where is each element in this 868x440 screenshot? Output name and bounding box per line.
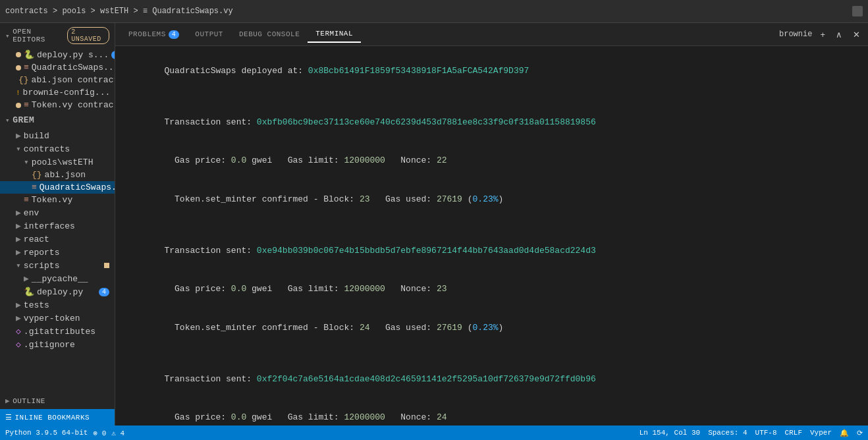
top-bar: contracts > pools > wstETH > ≡ Quadratic… <box>0 0 868 23</box>
notifications-icon: 🔔 <box>840 429 849 437</box>
language-mode: Vyper <box>810 429 832 437</box>
terminal-content[interactable]: QuadraticSwaps deployed at: 0x8Bcb61491F… <box>115 46 868 426</box>
tab-problems[interactable]: PROBLEMS 4 <box>121 26 187 43</box>
terminal-line: Transaction sent: 0xf2f04c7a6e5164a1cdae… <box>123 360 860 399</box>
sidebar-scripts[interactable]: ▾ scripts <box>0 259 115 272</box>
sidebar-tests[interactable]: ▶ tests <box>0 298 115 312</box>
sidebar-vyper-token[interactable]: ▶ vyper-token <box>0 312 115 325</box>
warning-count: ⚠ 4 <box>111 429 124 437</box>
sidebar-reports[interactable]: ▶ reports <box>0 246 115 259</box>
cursor-position: Ln 154, Col 30 <box>639 429 700 437</box>
terminal-line: Gas price: 0.0 gwei Gas limit: 12000000 … <box>123 270 860 309</box>
terminal-blank <box>123 219 860 232</box>
sidebar-deploy-py[interactable]: 🐍 deploy.py 4 <box>0 285 115 298</box>
sidebar-interfaces[interactable]: ▶ interfaces <box>0 219 115 233</box>
modified-dot <box>16 65 21 70</box>
sidebar-pycache[interactable]: ▶ __pycache__ <box>0 272 115 285</box>
encoding: UTF-8 <box>755 429 777 437</box>
new-terminal-button[interactable]: + <box>817 28 828 41</box>
open-editors-header[interactable]: ▾ OPEN EDITORS 2 UNSAVED <box>0 23 115 48</box>
breadcrumb: contracts > pools > wstETH > ≡ Quadratic… <box>5 7 233 16</box>
scripts-dot <box>104 263 109 268</box>
sidebar-open-editor-deploy-py[interactable]: 🐍 deploy.py s... 4 <box>0 48 115 61</box>
sidebar-open-editor-quadratic[interactable]: ≡ QuadraticSwaps... <box>0 61 115 74</box>
status-bar-left: Python 3.9.5 64-bit ⊗ 0 ⚠ 4 <box>5 429 124 437</box>
tab-debug-console[interactable]: DEBUG CONSOLE <box>231 26 308 42</box>
sidebar-open-editor-abi[interactable]: {} abi.json contracts... <box>0 74 115 86</box>
terminal-line: Token.set_minter confirmed - Block: 23 G… <box>123 180 860 219</box>
sidebar-abi-json[interactable]: {} abi.json <box>0 169 115 181</box>
modified-dot <box>16 52 21 57</box>
warning-icon: ! <box>16 89 20 97</box>
panel-right-controls: brownie + ∧ ✕ <box>779 28 863 41</box>
main-layout: ▾ OPEN EDITORS 2 UNSAVED 🐍 deploy.py s..… <box>0 23 868 426</box>
terminal-blank <box>123 347 860 360</box>
sidebar: ▾ OPEN EDITORS 2 UNSAVED 🐍 deploy.py s..… <box>0 23 115 426</box>
status-bar-right: Ln 154, Col 30 Spaces: 4 UTF-8 CRLF Vype… <box>639 429 863 437</box>
terminal-line: Gas price: 0.0 gwei Gas limit: 12000000 … <box>123 142 860 180</box>
tab-terminal[interactable]: TERMINAL <box>308 26 361 43</box>
close-panel-button[interactable]: ✕ <box>850 28 863 41</box>
terminal-line: QuadraticSwaps deployed at: 0x8Bcb61491F… <box>123 51 860 90</box>
sidebar-contracts[interactable]: ▾ contracts <box>0 142 115 155</box>
top-bar-icon <box>852 6 863 16</box>
terminal-line: Transaction sent: 0xe94bb039b0c067e4b15b… <box>123 231 860 270</box>
terminal-line: Gas price: 0.0 gwei Gas limit: 12000000 … <box>123 399 860 426</box>
status-bar: Python 3.9.5 64-bit ⊗ 0 ⚠ 4 Ln 154, Col … <box>0 426 868 440</box>
chevron-up-button[interactable]: ∧ <box>833 28 845 41</box>
sidebar-gitattributes[interactable]: ◇ .gitattributes <box>0 325 115 338</box>
terminal-line: Transaction sent: 0xbfb06bc9bec37113ce60… <box>123 103 860 142</box>
tab-output[interactable]: OUTPUT <box>187 26 231 42</box>
sidebar-pools-wsteth[interactable]: ▾ pools\wstETH <box>0 155 115 169</box>
outline-header[interactable]: ▶ OUTLINE <box>0 393 115 409</box>
sidebar-env[interactable]: ▶ env <box>0 206 115 219</box>
modified-dot <box>16 103 21 108</box>
sidebar-open-editor-brownie[interactable]: ! brownie-config... <box>0 86 115 99</box>
terminal-blank <box>123 90 860 103</box>
grem-folder[interactable]: ▾ GREM <box>0 111 115 129</box>
sync-icon: ⟳ <box>857 429 863 437</box>
panel-tabs: PROBLEMS 4 OUTPUT DEBUG CONSOLE TERMINAL… <box>115 23 868 46</box>
line-ending: CRLF <box>785 429 802 437</box>
terminal-line: Token.set_minter confirmed - Block: 24 G… <box>123 308 860 347</box>
sidebar-build[interactable]: ▶ build <box>0 129 115 142</box>
sidebar-gitignore[interactable]: ◇ .gitignore <box>0 338 115 351</box>
error-count: ⊗ 0 <box>93 429 106 437</box>
content-area: PROBLEMS 4 OUTPUT DEBUG CONSOLE TERMINAL… <box>115 23 868 426</box>
sidebar-react[interactable]: ▶ react <box>0 233 115 246</box>
sidebar-token-vy[interactable]: ≡ Token.vy <box>0 194 115 206</box>
sidebar-quadratic-swaps[interactable]: ≡ QuadraticSwaps.vy <box>0 181 115 194</box>
python-version: Python 3.9.5 64-bit <box>5 429 88 437</box>
sidebar-open-editor-token[interactable]: ≡ Token.vy contracts <box>0 99 115 111</box>
spaces: Spaces: 4 <box>708 429 747 437</box>
inline-bookmarks-header[interactable]: ☰ INLINE BOOKMARKS <box>0 409 115 426</box>
